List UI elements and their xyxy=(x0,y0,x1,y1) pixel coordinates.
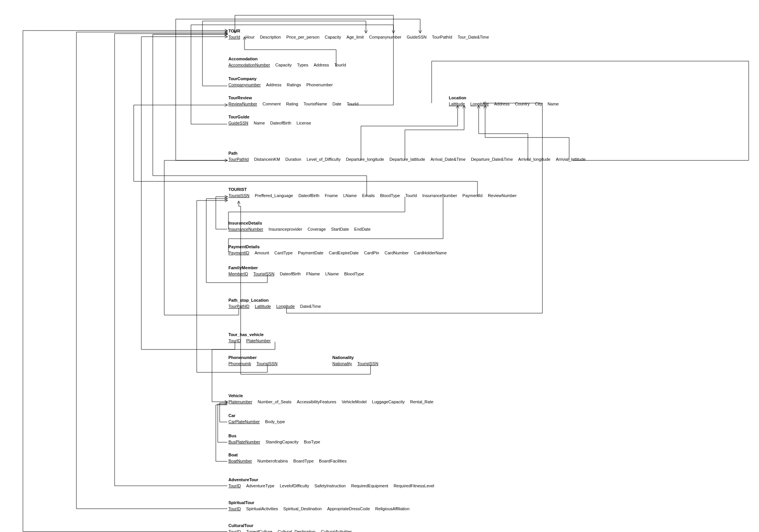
attr-boat-3: BoardFacilities xyxy=(319,459,346,463)
attr-adventuretour-3: SafetyInstruction xyxy=(314,483,346,488)
entity-attrs-location: LattitudeLongitudeAddressCountryCityName xyxy=(449,102,559,106)
attr-spiritualtour-2: Spiritual_Destination xyxy=(283,506,322,511)
attr-boat-0: BoatNumber xyxy=(228,459,252,463)
attr-adventuretour-1: AdventureType xyxy=(246,483,274,488)
attr-bus-1: StandingCapacity xyxy=(265,440,298,444)
entity-attrs-accomodation: AccomodationNumberCapacityTypesAddressTo… xyxy=(228,63,346,67)
attr-location-4: City xyxy=(535,102,542,106)
entity-path: PathTourPathIdDistanceinKMDurationLevel_… xyxy=(228,151,586,162)
attr-vehicle-1: Number_of_Seats xyxy=(257,399,291,404)
entity-spiritualtour: SpiritualTourTourIDSpiritualActivitiesSp… xyxy=(228,500,409,511)
entity-bus: BusBusPlateNumberStandingCapacityBusType xyxy=(228,433,320,444)
attr-path-2: Duration xyxy=(285,157,301,162)
entity-attrs-tourist: TouristSSNPreffered_LanguageDateofBirthF… xyxy=(228,193,516,198)
attr-familymember-3: FName xyxy=(306,272,320,276)
entity-name-vehicle: Vehicle xyxy=(228,393,434,398)
attr-culturaltour-1: TypeofCulture xyxy=(246,529,272,532)
entity-name-location: Location xyxy=(449,95,559,100)
attr-familymember-4: LName xyxy=(325,272,338,276)
attr-tourist-9: PaymentId xyxy=(463,193,483,198)
entity-name-paymentdetails: PaymentDetails xyxy=(228,244,447,249)
attr-boat-1: Numberofcabins xyxy=(257,459,288,463)
entity-attrs-bus: BusPlateNumberStandingCapacityBusType xyxy=(228,440,320,444)
attr-spiritualtour-1: SpiritualActivities xyxy=(246,506,278,511)
entity-name-culturaltour: CulturalTour xyxy=(228,523,352,528)
attr-tourreview-2: Rating xyxy=(286,102,298,106)
attr-culturaltour-3: CulturalActivities xyxy=(321,529,352,532)
attr-tourist-3: Fname xyxy=(325,193,338,198)
attr-spiritualtour-4: ReligiousAffiliation xyxy=(375,506,409,511)
entity-name-tour: TOUR xyxy=(228,29,489,33)
entity-name-pathstoplocation: Path_stop_Location xyxy=(228,298,321,302)
attr-vehicle-3: VehicleModel xyxy=(341,399,366,404)
attr-pathstoplocation-3: Date&Time xyxy=(300,304,321,309)
entity-tourreview: TourReviewReviewNumberCommentRatingTouri… xyxy=(228,95,358,106)
attr-path-8: Arrivial_longitude xyxy=(518,157,550,162)
entity-name-familymember: FamilyMember xyxy=(228,265,364,270)
attr-tourhasvehicle-1: PlateNumber xyxy=(246,338,270,343)
attr-tourreview-1: Comment xyxy=(262,102,281,106)
attr-insurancedetails-4: EndDate xyxy=(354,227,371,231)
attr-tourist-10: ReviewNumber xyxy=(488,193,516,198)
entity-name-nationality: Nationality xyxy=(332,355,378,360)
attr-location-0: Lattitude xyxy=(449,102,465,106)
attr-culturaltour-2: Cultural_Destination xyxy=(278,529,316,532)
attr-adventuretour-2: LevelofDifficulty xyxy=(280,483,309,488)
attr-accomodation-2: Types xyxy=(297,63,308,67)
entity-attrs-vehicle: PlatenumberNumber_of_SeatsAccessibilityF… xyxy=(228,399,434,404)
attr-path-7: Departure_Date&Time xyxy=(471,157,513,162)
attr-bus-0: BusPlateNumber xyxy=(228,440,260,444)
entity-attrs-tourguide: GuideSSNNameDateofBirthLicense xyxy=(228,121,311,125)
attr-familymember-2: DateofBirth xyxy=(280,272,301,276)
entity-name-boat: Boat xyxy=(228,453,346,457)
attr-insurancedetails-3: StartDate xyxy=(331,227,349,231)
attr-tour-6: Companynumber xyxy=(369,35,401,39)
attr-location-1: Longitude xyxy=(470,102,489,106)
entity-name-bus: Bus xyxy=(228,433,320,438)
entity-vehicle: VehiclePlatenumberNumber_of_SeatsAccessi… xyxy=(228,393,434,404)
attr-bus-2: BusType xyxy=(304,440,320,444)
attr-insurancedetails-1: Insuranceprovider xyxy=(269,227,302,231)
attr-tour-3: Price_per_person xyxy=(286,35,319,39)
attr-tourreview-5: TourId xyxy=(347,102,359,106)
attr-tour-5: Age_limit xyxy=(346,35,364,39)
entity-paymentdetails: PaymentDetailsPaymentIDAmountCardTypePay… xyxy=(228,244,447,255)
attr-tour-7: GuideSSN xyxy=(407,35,427,39)
attr-tourist-0: TouristSSN xyxy=(228,193,249,198)
attr-tourguide-3: License xyxy=(296,121,311,125)
entity-tourist: TOURISTTouristSSNPreffered_LanguageDateo… xyxy=(228,187,516,198)
attr-path-6: Arrival_Date&Time xyxy=(430,157,466,162)
attr-spiritualtour-3: AppropriateDressCode xyxy=(327,506,370,511)
entity-name-tourist: TOURIST xyxy=(228,187,516,192)
attr-tourist-4: LName xyxy=(343,193,356,198)
attr-accomodation-1: Capacity xyxy=(275,63,292,67)
attr-pathstoplocation-0: TourPathID xyxy=(228,304,249,309)
attr-adventuretour-0: TourID xyxy=(228,483,241,488)
attr-tourguide-1: Name xyxy=(254,121,265,125)
attr-accomodation-0: AccomodationNumber xyxy=(228,63,270,67)
entity-pathstoplocation: Path_stop_LocationTourPathIDLattitudeLon… xyxy=(228,298,321,309)
entity-attrs-culturaltour: TourIDTypeofCultureCultural_DestinationC… xyxy=(228,529,352,532)
entity-name-adventuretour: AdventureTour xyxy=(228,477,434,482)
entity-attrs-tourcompany: CompanynumberAddressRatingsPhonenumber xyxy=(228,82,333,87)
entity-attrs-familymember: MemberIDTouristSSNDateofBirthFNameLNameB… xyxy=(228,272,364,276)
entity-name-tourreview: TourReview xyxy=(228,95,358,100)
attr-car-1: Body_type xyxy=(265,419,285,424)
entity-accomodation: AccomodationAccomodationNumberCapacityTy… xyxy=(228,57,346,67)
attr-tourcompany-2: Ratings xyxy=(287,82,301,87)
attr-insurancedetails-2: Coverage xyxy=(307,227,326,231)
attr-tour-1: Hour xyxy=(246,35,255,39)
entity-attrs-tour: TourIdHourDescriptionPrice_per_personCap… xyxy=(228,35,489,39)
attr-paymentdetails-7: CardHolderName xyxy=(414,251,447,255)
attr-tourist-8: InsurranceNumber xyxy=(422,193,457,198)
attr-vehicle-4: LuggageCapacity xyxy=(372,399,405,404)
attr-car-0: CarPlateNumber xyxy=(228,419,260,424)
entity-attrs-phonenumber: PhonenumbTouristSSN xyxy=(228,361,277,366)
attr-location-5: Name xyxy=(547,102,558,106)
entity-attrs-spiritualtour: TourIDSpiritualActivitiesSpiritual_Desti… xyxy=(228,506,409,511)
attr-paymentdetails-0: PaymentID xyxy=(228,251,249,255)
entity-tourguide: TourGuideGuideSSNNameDateofBirthLicense xyxy=(228,115,311,125)
attr-adventuretour-5: RequiredFitnessLevel xyxy=(393,483,434,488)
attr-paymentdetails-1: Amount xyxy=(254,251,269,255)
attr-tourcompany-1: Address xyxy=(266,82,281,87)
